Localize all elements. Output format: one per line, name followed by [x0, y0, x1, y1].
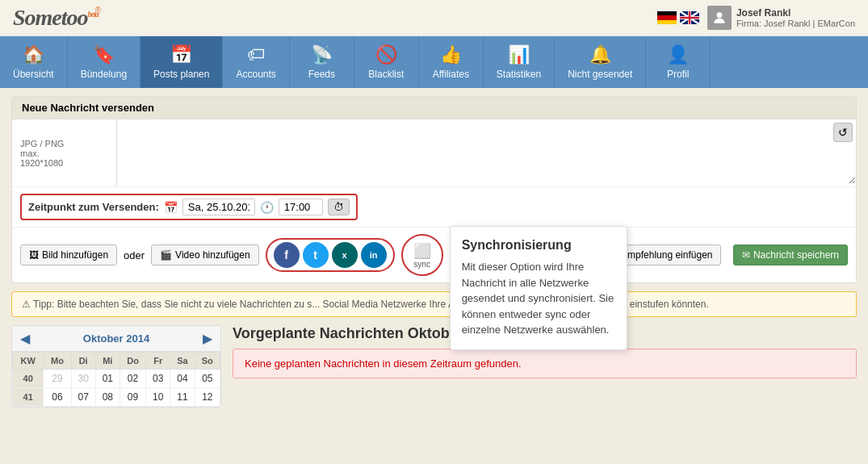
sync-label: sync — [413, 260, 430, 269]
flag-german[interactable] — [657, 11, 677, 24]
avatar — [707, 6, 732, 30]
nav-buendelung[interactable]: 🔖 Bündelung — [68, 36, 140, 88]
registered-mark: ® — [95, 6, 101, 15]
col-sa: Sa — [170, 353, 195, 370]
calendar-day[interactable]: 04 — [170, 370, 195, 388]
nav-feeds-label: Feeds — [308, 69, 335, 80]
schedule-box: Zeitpunkt zum Versenden: 📅 🕐 ⏱ — [20, 194, 358, 220]
nav-uebersicht-label: Übersicht — [13, 69, 54, 80]
nav-profil-label: Profil — [667, 69, 689, 80]
image-icon: 🖼 — [29, 249, 39, 261]
calendar-small-icon: 📅 — [164, 201, 178, 214]
logo: Sometoobeta — [13, 5, 99, 31]
sync-button[interactable]: ⬜ sync — [401, 234, 443, 276]
user-firma: Firma: Josef Rankl | EMarCon — [736, 19, 855, 28]
calendar-day[interactable]: 11 — [170, 388, 195, 407]
image-upload-area[interactable]: JPG / PNGmax.1920*1080 — [12, 119, 117, 186]
calendar-month-label: Oktober 2014 — [83, 332, 149, 345]
date-input[interactable] — [182, 199, 255, 215]
schedule-label: Zeitpunkt zum Versenden: — [28, 201, 159, 213]
sync-icon: ⬜ — [413, 242, 431, 260]
nav-statistiken[interactable]: 📊 Statistiken — [484, 36, 555, 88]
calendar-day[interactable]: 10 — [146, 388, 170, 407]
nav-posts-planen[interactable]: 📅 Posts planen — [140, 36, 223, 88]
calendar-day[interactable]: 09 — [120, 388, 145, 407]
nav-buendelung-label: Bündelung — [81, 69, 127, 80]
nav-posts-planen-label: Posts planen — [153, 69, 209, 80]
col-kw: KW — [13, 353, 44, 370]
sync-popup: Synchronisierung Mit dieser Option wird … — [450, 226, 627, 350]
thumbsup-icon: 👍 — [440, 44, 462, 65]
calendar-day[interactable]: 03 — [146, 370, 170, 388]
calendar-day[interactable]: 07 — [71, 388, 95, 407]
calendar-day[interactable]: 29 — [44, 370, 71, 388]
nav-uebersicht[interactable]: 🏠 Übersicht — [0, 36, 68, 88]
calendar: ◀ Oktober 2014 ▶ KW Mo Di Mi Do Fr Sa — [11, 325, 221, 408]
no-posts-text: Keine geplanten Nachrichten in diesem Ze… — [245, 357, 522, 370]
form-title: Neue Nachricht versenden — [12, 97, 856, 119]
video-icon: 🎬 — [160, 249, 172, 261]
calendar-prev-button[interactable]: ◀ — [20, 331, 30, 346]
calendar-day[interactable]: 01 — [95, 370, 120, 388]
flags — [657, 11, 699, 24]
nav-feeds[interactable]: 📡 Feeds — [290, 36, 354, 88]
sync-popup-title: Synchronisierung — [462, 238, 615, 253]
col-so: So — [195, 353, 220, 370]
lower-section: ◀ Oktober 2014 ▶ KW Mo Di Mi Do Fr Sa — [11, 325, 857, 408]
twitter-button[interactable]: t — [303, 242, 329, 268]
col-di: Di — [71, 353, 95, 370]
home-icon: 🏠 — [23, 44, 44, 65]
nav-affiliates[interactable]: 👍 Affiliates — [419, 36, 484, 88]
message-form: Neue Nachricht versenden JPG / PNGmax.19… — [11, 96, 857, 283]
svg-point-7 — [717, 12, 723, 18]
calendar-day[interactable]: 12 — [195, 388, 220, 407]
schedule-row: Zeitpunkt zum Versenden: 📅 🕐 ⏱ — [12, 186, 856, 227]
nav-blacklist[interactable]: 🚫 Blacklist — [354, 36, 419, 88]
nav-accounts[interactable]: 🏷 Accounts — [223, 36, 289, 88]
svg-rect-6 — [680, 17, 699, 19]
nav-accounts-label: Accounts — [236, 69, 275, 80]
calendar-header: ◀ Oktober 2014 ▶ — [12, 326, 220, 352]
calendar-day[interactable]: 02 — [120, 370, 145, 388]
xing-button[interactable]: x — [332, 242, 358, 268]
or-label: oder — [124, 249, 145, 261]
feed-icon: 📡 — [311, 44, 333, 65]
user-details: Josef Rankl Firma: Josef Rankl | EMarCon — [736, 7, 855, 28]
sync-popup-text: Mit dieser Option wird Ihre Nachricht in… — [462, 259, 615, 338]
save-button[interactable]: ✉ Nachricht speichern — [733, 245, 848, 265]
nav-statistiken-label: Statistiken — [497, 69, 541, 80]
calendar-next-button[interactable]: ▶ — [203, 331, 212, 346]
message-textarea[interactable] — [117, 119, 856, 184]
flag-english[interactable] — [680, 11, 699, 24]
refresh-button[interactable]: ↺ — [833, 123, 853, 142]
time-picker-button[interactable]: ⏱ — [328, 199, 350, 215]
add-image-button[interactable]: 🖼 Bild hinzufügen — [20, 245, 117, 265]
calendar-day[interactable]: 30 — [71, 370, 95, 388]
text-area-wrapper: ↺ — [117, 119, 856, 186]
social-icons-group: f t x in — [266, 238, 395, 272]
calendar-day[interactable]: 05 — [195, 370, 220, 388]
col-do: Do — [120, 353, 145, 370]
calendar-kw: 40 — [13, 370, 44, 388]
nav-profil[interactable]: 👤 Profil — [646, 36, 711, 88]
linkedin-button[interactable]: in — [361, 242, 387, 268]
block-icon: 🚫 — [375, 44, 397, 65]
nav-nicht-gesendet-label: Nicht gesendet — [568, 69, 632, 80]
col-mi: Mi — [95, 353, 120, 370]
calendar-section: ◀ Oktober 2014 ▶ KW Mo Di Mi Do Fr Sa — [11, 325, 221, 408]
calendar-icon: 📅 — [170, 44, 192, 65]
person-icon: 👤 — [667, 44, 689, 65]
bell-icon: 🔔 — [589, 44, 611, 65]
add-video-button[interactable]: 🎬 Video hinzufügen — [151, 245, 259, 265]
tip-box: ⚠ Tipp: Bitte beachten Sie, dass Sie nic… — [11, 291, 857, 317]
top-header: Sometoobeta ® Josef Rankl Firma: Josef R… — [0, 0, 868, 36]
nav-nicht-gesendet[interactable]: 🔔 Nicht gesendet — [555, 36, 646, 88]
facebook-button[interactable]: f — [274, 242, 300, 268]
calendar-day[interactable]: 08 — [95, 388, 120, 407]
image-label: JPG / PNGmax.1920*1080 — [20, 139, 108, 168]
calendar-day[interactable]: 06 — [44, 388, 71, 407]
time-input[interactable] — [279, 199, 323, 215]
nav-affiliates-label: Affiliates — [433, 69, 469, 80]
message-body: JPG / PNGmax.1920*1080 ↺ — [12, 119, 856, 186]
sync-wrapper: ⬜ sync Synchronisierung Mit dieser Optio… — [401, 234, 443, 276]
